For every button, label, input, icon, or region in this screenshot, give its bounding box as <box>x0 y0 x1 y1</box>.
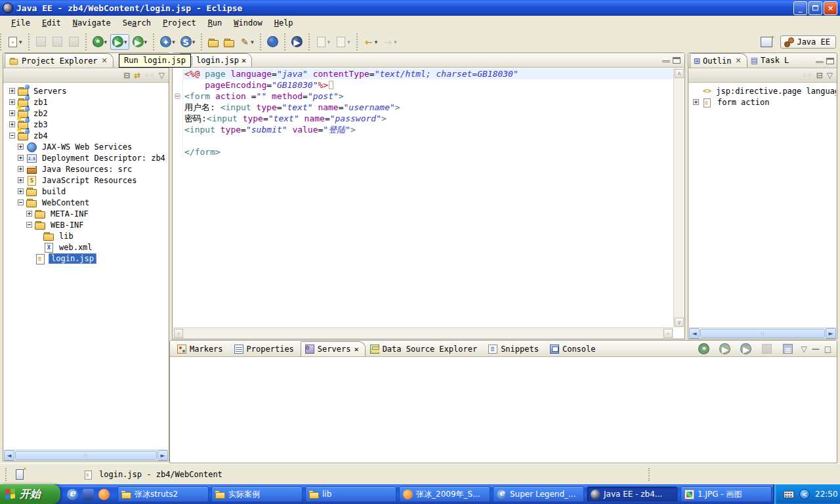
start-server-button[interactable]: ▶ <box>717 341 732 356</box>
debug-button[interactable]: *▾ <box>91 34 110 50</box>
code-line[interactable]: 用户名: <input type="text" name="username"> <box>173 102 673 113</box>
collapse-icon[interactable]: − <box>26 222 32 228</box>
scroll-down-icon[interactable]: ∨ <box>675 318 684 327</box>
tree-item-meta-inf[interactable]: +META-INF <box>4 208 168 219</box>
tree-item-zb4[interactable]: −Jzb4 <box>4 130 168 141</box>
tab-snippets[interactable]: Snippets <box>484 341 545 356</box>
dropdown-arrow-icon[interactable]: ▾ <box>144 36 148 48</box>
outline-item-form[interactable]: +form action <box>689 96 836 108</box>
tab-data-source-explorer[interactable]: Data Source Explorer <box>366 341 484 356</box>
scroll-right-icon[interactable]: ► <box>158 450 168 461</box>
new-service-button[interactable]: S▾ <box>178 34 198 50</box>
minimize-button[interactable]: _ <box>793 1 807 15</box>
minimize-view-icon[interactable] <box>816 58 824 63</box>
new-web-service-button[interactable]: ✦▾ <box>158 34 177 50</box>
tree-item-webcontent[interactable]: −WebContent <box>4 197 168 208</box>
code-line[interactable]: </form> <box>173 146 673 158</box>
code-editor[interactable]: <%@ page language="java" contentType="te… <box>173 68 673 327</box>
menu-window[interactable]: Window <box>228 17 268 29</box>
scroll-thumb[interactable] <box>700 329 825 338</box>
focus-button[interactable]: ◦◦ <box>144 70 154 81</box>
publish-button[interactable]: ≡ <box>780 341 795 356</box>
code-line[interactable]: <input type="submit" value="登陆"> <box>173 124 673 135</box>
expand-icon[interactable]: + <box>9 110 15 116</box>
project-explorer-hscrollbar[interactable]: ◄ ► <box>4 450 168 460</box>
code-line[interactable]: −<form action ="" method="post"> <box>173 91 673 102</box>
servers-view-content[interactable] <box>171 357 836 462</box>
minimize-editor-icon[interactable] <box>662 57 670 62</box>
tree-item-web-inf[interactable]: −WEB-INF <box>4 219 168 230</box>
dropdown-arrow-icon[interactable]: ▾ <box>172 36 175 48</box>
dropdown-arrow-icon[interactable]: ▾ <box>347 36 350 48</box>
forward-button[interactable]: →▾ <box>381 34 399 50</box>
tree-item-java-resources-src[interactable]: +Java Resources: src <box>4 163 168 175</box>
web-browser-button[interactable] <box>265 34 280 49</box>
code-line[interactable] <box>173 135 673 146</box>
dropdown-arrow-icon[interactable]: ▾ <box>375 36 378 48</box>
close-view-icon[interactable]: ✕ <box>102 57 108 64</box>
menu-project[interactable]: Project <box>157 17 202 29</box>
outline-hscrollbar[interactable]: ◄ ► <box>689 327 836 338</box>
debug-server-button[interactable]: * <box>696 341 711 356</box>
tree-item-login-jsp[interactable]: login.jsp <box>4 253 168 264</box>
tab-task-list[interactable]: ▤ Task L <box>747 53 795 68</box>
tab-outline[interactable]: ⊞ Outlin ✕ <box>690 53 747 68</box>
tree-item-lib[interactable]: lib <box>4 230 168 242</box>
collapse-icon[interactable]: − <box>9 133 15 138</box>
dropdown-arrow-icon[interactable]: ▾ <box>124 36 127 48</box>
scroll-right-icon[interactable]: ► <box>826 328 836 339</box>
dropdown-arrow-icon[interactable]: ▾ <box>192 36 196 48</box>
perspective-java-ee-button[interactable]: Java EE <box>780 35 836 49</box>
window-titlebar[interactable]: Java EE - zb4/WebContent/login.jsp - Ecl… <box>0 0 840 16</box>
profile-server-button[interactable]: ▶ <box>738 341 753 356</box>
back-button[interactable]: ←▾ <box>362 34 380 50</box>
link-with-editor-button[interactable]: ⇄ <box>134 70 140 81</box>
fold-collapse-icon[interactable]: − <box>175 93 180 99</box>
collapse-icon[interactable]: − <box>18 200 24 205</box>
stop-server-button[interactable] <box>759 341 774 356</box>
tree-item-build[interactable]: +build <box>4 186 168 197</box>
tab-properties[interactable]: Properties <box>230 341 301 356</box>
expand-icon[interactable]: + <box>9 121 15 127</box>
menu-edit[interactable]: Edit <box>36 17 67 29</box>
start-button[interactable]: 开始 <box>0 484 60 504</box>
taskbar-button--struts2[interactable]: 张冰struts2 <box>117 486 209 502</box>
keyboard-layout-icon[interactable] <box>784 491 794 498</box>
code-line[interactable]: 密码:<input type="text" name="password"> <box>173 113 673 124</box>
new-button[interactable]: ✦▾ <box>5 34 24 50</box>
print-button[interactable] <box>66 34 81 49</box>
dropdown-arrow-icon[interactable]: ▾ <box>327 36 331 48</box>
export-button[interactable] <box>222 35 236 49</box>
menu-search[interactable]: Search <box>117 17 157 29</box>
expand-icon[interactable]: + <box>18 177 24 183</box>
collapse-all-button[interactable]: ⊟ <box>123 70 130 81</box>
expand-icon[interactable]: + <box>18 166 24 172</box>
scroll-left-icon[interactable]: ‹ <box>174 329 183 338</box>
restore-button[interactable] <box>808 1 822 15</box>
dropdown-arrow-icon[interactable]: ▾ <box>104 36 108 48</box>
maximize-view-icon[interactable]: □ <box>824 344 831 354</box>
taskbar-button-lib[interactable]: lib <box>305 486 396 502</box>
view-menu-button[interactable]: ▽ <box>801 344 807 354</box>
app-quick-launch-icon[interactable] <box>83 489 94 500</box>
save-all-button[interactable] <box>50 34 65 49</box>
tab-console[interactable]: Console <box>545 341 602 356</box>
import-button[interactable] <box>206 35 220 49</box>
tree-item-jax-ws-web-services[interactable]: +JAX-WS Web Services <box>4 141 168 152</box>
code-line[interactable]: <%@ page language="java" contentType="te… <box>173 68 673 79</box>
expand-icon[interactable]: + <box>26 211 32 217</box>
minimize-view-icon[interactable]: — <box>812 344 820 354</box>
dropdown-arrow-icon[interactable]: ▾ <box>19 36 22 48</box>
close-button[interactable]: × <box>824 1 837 15</box>
paintbrush-button[interactable]: ✎▾ <box>238 34 256 50</box>
code-line[interactable]: pageEncoding="GB18030"%> <box>173 79 673 91</box>
expand-icon[interactable]: + <box>9 88 15 94</box>
close-view-icon[interactable]: ✕ <box>735 57 741 64</box>
expand-icon[interactable]: + <box>18 155 24 161</box>
scroll-right-icon[interactable]: › <box>663 329 673 338</box>
expand-icon[interactable]: + <box>9 99 15 105</box>
expand-icon[interactable]: + <box>693 99 699 105</box>
menu-navigate[interactable]: Navigate <box>67 17 117 29</box>
language-bar-icon[interactable]: < <box>799 489 810 499</box>
taskbar-button-super-legend-[interactable]: Super Legend_... <box>493 486 584 502</box>
